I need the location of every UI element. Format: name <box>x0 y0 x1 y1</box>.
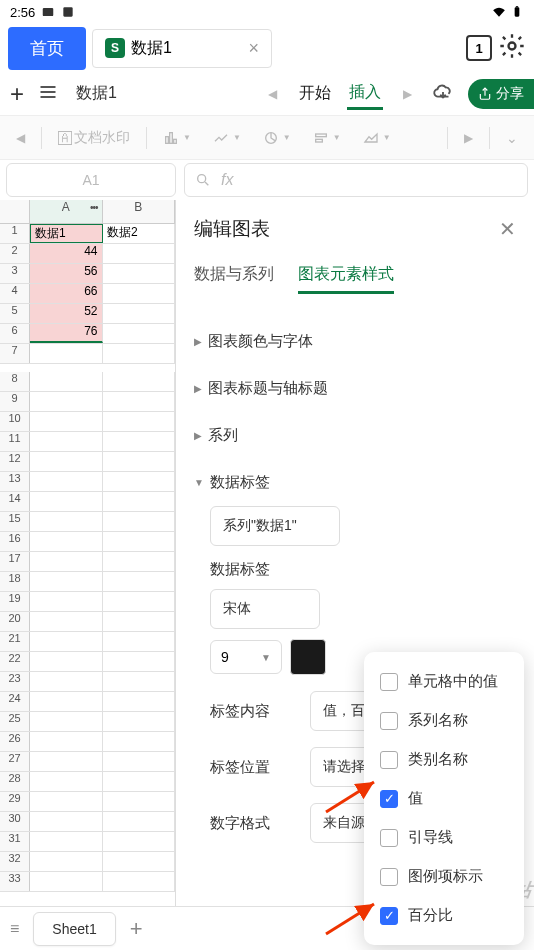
cell[interactable] <box>103 324 176 343</box>
cell[interactable] <box>103 304 176 323</box>
row-header[interactable]: 5 <box>0 304 30 323</box>
cell[interactable] <box>30 792 103 811</box>
cell[interactable] <box>103 492 176 511</box>
cell[interactable] <box>30 552 103 571</box>
cell[interactable] <box>30 832 103 851</box>
row-header[interactable]: 4 <box>0 284 30 303</box>
cell[interactable] <box>103 592 176 611</box>
cell[interactable] <box>103 572 176 591</box>
row-header[interactable]: 3 <box>0 264 30 283</box>
cell[interactable] <box>30 392 103 411</box>
option-percentage[interactable]: ✓百分比 <box>364 896 524 935</box>
cell[interactable] <box>30 412 103 431</box>
row-header[interactable]: 16 <box>0 532 30 551</box>
cell[interactable] <box>30 532 103 551</box>
cell[interactable] <box>103 392 176 411</box>
cell[interactable] <box>103 344 176 363</box>
option-series-name[interactable]: 系列名称 <box>364 701 524 740</box>
row-header[interactable]: 9 <box>0 392 30 411</box>
cell[interactable] <box>103 832 176 851</box>
row-header[interactable]: 18 <box>0 572 30 591</box>
cell[interactable] <box>103 772 176 791</box>
row-header[interactable]: 28 <box>0 772 30 791</box>
add-button[interactable]: + <box>10 80 24 108</box>
col-header-a[interactable]: A••• <box>30 200 103 223</box>
cell[interactable] <box>30 812 103 831</box>
row-header[interactable]: 32 <box>0 852 30 871</box>
sheet-tab[interactable]: Sheet1 <box>33 912 115 946</box>
chart-tool-1[interactable]: ▼ <box>157 126 197 150</box>
formula-input[interactable]: fx <box>184 163 528 197</box>
row-header[interactable]: 27 <box>0 752 30 771</box>
row-header[interactable]: 2 <box>0 244 30 263</box>
sheet-list-icon[interactable]: ≡ <box>10 920 19 938</box>
cell[interactable] <box>103 792 176 811</box>
row-header[interactable]: 23 <box>0 672 30 691</box>
row-header[interactable]: 19 <box>0 592 30 611</box>
home-tab[interactable]: 首页 <box>8 27 86 70</box>
row-header[interactable]: 11 <box>0 432 30 451</box>
cell[interactable] <box>30 452 103 471</box>
cell[interactable] <box>103 752 176 771</box>
cell[interactable] <box>103 244 176 263</box>
row-header[interactable]: 7 <box>0 344 30 363</box>
section-titles[interactable]: 图表标题与轴标题 <box>194 365 516 412</box>
menu-icon[interactable] <box>38 82 58 106</box>
toolbar-prev-icon[interactable]: ◀ <box>10 131 31 145</box>
cell[interactable] <box>103 612 176 631</box>
cell[interactable] <box>103 852 176 871</box>
row-header[interactable]: 15 <box>0 512 30 531</box>
select-all-corner[interactable] <box>0 200 30 223</box>
ribbon-tab-insert[interactable]: 插入 <box>347 78 383 110</box>
cell[interactable]: 76 <box>30 324 103 343</box>
cell[interactable] <box>103 552 176 571</box>
cell[interactable] <box>30 632 103 651</box>
cell[interactable] <box>103 532 176 551</box>
chart-tool-4[interactable]: ▼ <box>307 126 347 150</box>
panel-tab-style[interactable]: 图表元素样式 <box>298 264 394 294</box>
watermark-tool[interactable]: 🄰 文档水印 <box>52 125 136 151</box>
row-header[interactable]: 14 <box>0 492 30 511</box>
row-header[interactable]: 6 <box>0 324 30 343</box>
series-selector[interactable]: 系列"数据1" <box>210 506 340 546</box>
cell[interactable]: 66 <box>30 284 103 303</box>
cell[interactable] <box>30 572 103 591</box>
cell[interactable] <box>103 412 176 431</box>
cell[interactable] <box>103 452 176 471</box>
row-header[interactable]: 33 <box>0 872 30 891</box>
cell[interactable]: 52 <box>30 304 103 323</box>
settings-icon[interactable] <box>498 32 526 64</box>
row-header[interactable]: 8 <box>0 372 30 391</box>
tab-count-button[interactable]: 1 <box>466 35 492 61</box>
ribbon-next-icon[interactable]: ▶ <box>397 87 418 101</box>
option-value[interactable]: ✓值 <box>364 779 524 818</box>
cell[interactable] <box>30 372 103 391</box>
cell[interactable] <box>30 432 103 451</box>
col-header-b[interactable]: B <box>103 200 176 223</box>
panel-tab-data[interactable]: 数据与系列 <box>194 264 274 294</box>
cell[interactable] <box>103 692 176 711</box>
font-size-selector[interactable]: 9 ▼ <box>210 640 282 674</box>
cell[interactable] <box>103 672 176 691</box>
font-color-picker[interactable] <box>290 639 326 675</box>
cell[interactable] <box>103 284 176 303</box>
cell[interactable] <box>30 672 103 691</box>
section-series[interactable]: 系列 <box>194 412 516 459</box>
row-header[interactable]: 21 <box>0 632 30 651</box>
row-header[interactable]: 13 <box>0 472 30 491</box>
row-header[interactable]: 17 <box>0 552 30 571</box>
row-header[interactable]: 26 <box>0 732 30 751</box>
cell[interactable] <box>30 732 103 751</box>
section-color-font[interactable]: 图表颜色与字体 <box>194 318 516 365</box>
row-header[interactable]: 25 <box>0 712 30 731</box>
ribbon-tab-start[interactable]: 开始 <box>297 79 333 108</box>
cell[interactable] <box>30 872 103 891</box>
cell[interactable] <box>103 264 176 283</box>
cell[interactable]: 56 <box>30 264 103 283</box>
ribbon-prev-icon[interactable]: ◀ <box>262 87 283 101</box>
share-button[interactable]: 分享 <box>468 79 534 109</box>
cell[interactable]: 数据2 <box>103 224 175 243</box>
close-tab-icon[interactable]: × <box>248 38 259 59</box>
cell[interactable] <box>30 512 103 531</box>
cell[interactable] <box>30 712 103 731</box>
